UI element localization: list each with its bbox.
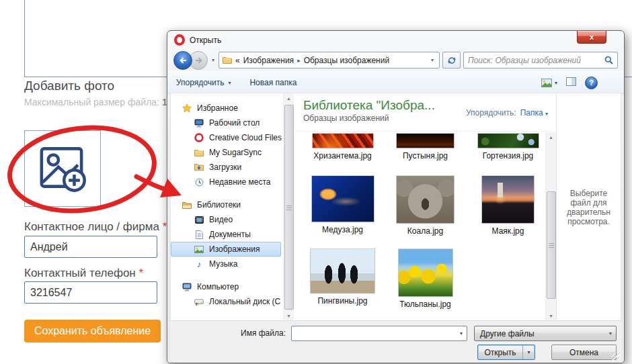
file-type-select[interactable]: Другие файлы ▾ <box>474 326 617 341</box>
preview-pane: Выберите файл для дварительн просмотра. <box>556 93 621 321</box>
sidebar-item-documents[interactable]: Документы <box>171 227 283 242</box>
file-thumbnail-koala <box>397 176 454 223</box>
views-button[interactable]: ▾ <box>541 79 557 87</box>
close-button[interactable]: x <box>577 31 606 44</box>
file-list-scrollbar[interactable]: ▲ ▼ <box>545 132 556 321</box>
open-button-label: Открыть <box>478 348 522 357</box>
sidebar-item-label: Локальный диск (C <box>209 297 280 306</box>
sidebar-scrollbar[interactable]: ▲ ▼ <box>283 93 294 321</box>
back-arrow-icon <box>179 56 188 64</box>
scroll-up-icon[interactable]: ▲ <box>284 93 294 103</box>
open-file-dialog: Открыть x ▾ « Изображения ▸ Образцы изоб… <box>167 30 625 363</box>
file-thumbnail-penguins <box>311 249 374 293</box>
open-split-chevron-icon[interactable]: ▾ <box>522 345 535 359</box>
refresh-button[interactable] <box>442 52 461 69</box>
sidebar-item-label: Компьютер <box>197 282 239 291</box>
scrollbar-grip <box>286 206 292 210</box>
sidebar-item-creative-cloud[interactable]: Creative Cloud Files <box>171 130 283 145</box>
contact-phone-input[interactable] <box>24 281 157 304</box>
desktop-icon <box>194 119 204 128</box>
filename-label: Имя файла: <box>237 328 286 338</box>
breadcrumb-overflow-icon[interactable]: « <box>235 56 240 65</box>
arrange-by-folder-button[interactable]: Папка ▾ <box>520 108 548 118</box>
sidebar-item-downloads[interactable]: Загрузки <box>171 160 283 175</box>
file-item-hydrangea[interactable]: Гортензия.jpg <box>467 134 549 161</box>
sidebar-item-computer[interactable]: Компьютер <box>171 279 283 294</box>
max-file-size-note: Максимальный размер файла: 1 <box>24 97 167 107</box>
navigation-pane: Избранное Рабочий стол Creative Cloud Fi… <box>171 93 283 321</box>
arrange-value: Папка <box>520 108 543 118</box>
chevron-down-icon[interactable]: ▾ <box>456 330 467 336</box>
nav-history-chevron-icon[interactable]: ▾ <box>212 57 214 63</box>
preview-placeholder-text: Выберите файл для дварительн просмотра. <box>560 189 617 226</box>
breadcrumb-item-pictures[interactable]: Изображения <box>243 56 294 65</box>
open-button[interactable]: Открыть ▾ <box>477 345 535 360</box>
scrollbar-thumb[interactable] <box>284 105 294 310</box>
organize-label: Упорядочить <box>176 78 224 87</box>
organize-menu-button[interactable]: Упорядочить ▾ <box>176 78 231 87</box>
sidebar-item-local-disk-c[interactable]: Локальный диск (C <box>171 294 283 309</box>
computer-icon <box>182 283 192 291</box>
contact-name-input[interactable] <box>24 236 157 258</box>
scroll-down-icon[interactable]: ▼ <box>284 311 294 321</box>
document-icon <box>194 230 204 239</box>
file-item-koala[interactable]: Коала.jpg <box>384 176 467 236</box>
music-note-icon: ♪ <box>194 259 204 269</box>
photo-upload-dropzone[interactable] <box>24 130 101 207</box>
toolbar-right-group: ▾ ? <box>541 77 598 89</box>
search-icon[interactable] <box>604 56 613 64</box>
star-icon <box>182 103 192 113</box>
file-thumbnail-tulips <box>399 249 452 296</box>
file-grid: Хризантема.jpg Пустыня.jpg Гортензия.jpg <box>294 134 556 309</box>
sidebar-item-label: Загрузки <box>209 163 241 172</box>
filename-combobox[interactable]: ▾ <box>291 326 467 341</box>
dialog-footer: Имя файла: ▾ Другие файлы ▾ Открыть ▾ От… <box>170 320 621 363</box>
save-ad-button[interactable]: Сохранить объявление <box>24 320 161 343</box>
breadcrumb-separator-icon[interactable]: ▸ <box>297 57 301 64</box>
max-size-text: Максимальный размер файла: <box>24 97 159 107</box>
file-item-desert[interactable]: Пустыня.jpg <box>384 134 467 161</box>
file-item-lighthouse[interactable]: Маяк.jpg <box>467 176 549 236</box>
file-name: Хризантема.jpg <box>313 151 372 161</box>
sidebar-item-label: Документы <box>209 230 251 239</box>
filename-input[interactable] <box>292 327 456 340</box>
help-button[interactable]: ? <box>585 77 598 89</box>
breadcrumb-item-sample-pictures[interactable]: Образцы изображений <box>304 56 389 65</box>
sidebar-item-favorites[interactable]: Избранное <box>171 101 283 116</box>
sidebar-item-recent-places[interactable]: Недавние места <box>171 175 283 189</box>
file-item-penguins[interactable]: Пингвины.jpg <box>301 249 384 309</box>
address-dropdown-icon[interactable]: ▾ <box>429 57 436 63</box>
file-name: Коала.jpg <box>407 226 443 236</box>
file-item-chrysanthemum[interactable]: Хризантема.jpg <box>301 134 384 161</box>
scrollbar-grip <box>549 243 554 248</box>
file-thumbnail-desert <box>397 134 454 148</box>
breadcrumb[interactable]: « Изображения ▸ Образцы изображений ▾ <box>219 52 440 69</box>
file-item-tulips[interactable]: Тюльпаны.jpg <box>384 249 467 309</box>
sidebar-item-pictures[interactable]: Изображения <box>171 242 281 257</box>
search-input[interactable]: Поиск: Образцы изображений <box>463 52 618 69</box>
new-folder-button[interactable]: Новая папка <box>249 78 297 87</box>
dialog-titlebar[interactable]: Открыть <box>167 31 624 49</box>
cancel-button[interactable]: Отмена <box>551 345 617 360</box>
sidebar-item-label: Избранное <box>197 103 238 113</box>
chevron-down-icon: ▾ <box>228 80 231 86</box>
sidebar-item-videos[interactable]: Видео <box>171 212 283 227</box>
scrollbar-thumb[interactable] <box>547 191 556 299</box>
sidebar-item-desktop[interactable]: Рабочий стол <box>171 116 283 130</box>
file-name: Пустыня.jpg <box>403 151 448 161</box>
preview-pane-button[interactable] <box>566 77 576 88</box>
back-button[interactable] <box>173 51 192 70</box>
sidebar-item-music[interactable]: ♪ Музыка <box>171 257 283 271</box>
label-text: Контактное лицо / фирма <box>24 220 159 233</box>
file-item-jellyfish[interactable]: Медуза.jpg <box>301 176 384 236</box>
library-header: Библиотека "Изобра... Образцы изображени… <box>294 93 556 132</box>
new-folder-label: Новая папка <box>249 78 297 87</box>
sidebar-item-sugarsync[interactable]: My SugarSync <box>171 145 283 160</box>
views-icon <box>541 79 552 87</box>
scroll-down-icon[interactable]: ▼ <box>546 311 556 321</box>
sidebar-item-libraries[interactable]: Библиотеки <box>171 197 283 212</box>
scroll-up-icon[interactable]: ▲ <box>546 132 556 142</box>
file-name: Гортензия.jpg <box>483 151 534 161</box>
resize-grip[interactable] <box>611 353 619 361</box>
required-asterisk: * <box>139 267 143 279</box>
